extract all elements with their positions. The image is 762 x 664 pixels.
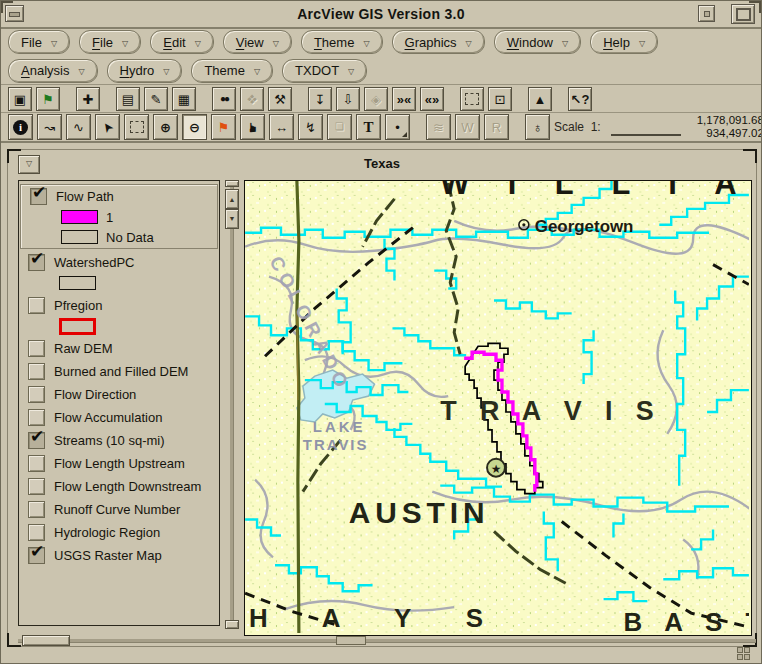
theme-entry-streams-10-sq-mi-[interactable]: ✔Streams (10 sq-mi)	[19, 429, 219, 452]
flag-tool-tool[interactable]: ⚑	[211, 114, 236, 140]
theme-name[interactable]: Pfregion	[54, 298, 102, 313]
app-titlebar[interactable]: ArcView GIS Version 3.0	[1, 1, 761, 29]
legend-swatch[interactable]	[61, 230, 98, 244]
theme-checkbox[interactable]	[28, 409, 45, 426]
scrollbar-top-anchor[interactable]	[225, 180, 239, 187]
ext-menu-analysis[interactable]: Analysis▽	[8, 59, 98, 83]
zoom-out-step-button[interactable]: «»	[420, 87, 444, 111]
hot-link-tool[interactable]: ↯	[298, 114, 323, 140]
theme-name[interactable]: Flow Length Upstream	[54, 456, 185, 471]
profile-tool[interactable]: ∿	[66, 114, 91, 140]
theme-checkbox[interactable]	[28, 297, 45, 314]
theme-entry-usgs-raster-map[interactable]: ✔USGS Raster Map	[19, 544, 219, 567]
menu-file-1[interactable]: File▽	[8, 30, 70, 54]
theme-name[interactable]: USGS Raster Map	[54, 548, 162, 563]
theme-name[interactable]: Burned and Filled DEM	[54, 364, 188, 379]
menu-help[interactable]: Help▽	[590, 30, 658, 54]
zoom-in-tool-tool[interactable]: ⊕	[153, 114, 178, 140]
theme-properties-button[interactable]: ▤	[116, 87, 140, 111]
pan-tool[interactable]: ☛	[240, 114, 265, 140]
theme-checkbox[interactable]	[28, 455, 45, 472]
zoom-in-step-button[interactable]: »«	[392, 87, 416, 111]
theme-entry-hydrologic-region[interactable]: Hydrologic Region	[19, 521, 219, 544]
zoom-full-extent-button[interactable]: ↧	[308, 87, 332, 111]
theme-name[interactable]: Streams (10 sq-mi)	[54, 433, 165, 448]
menu-graphics[interactable]: Graphics▽	[392, 30, 485, 54]
text-tool-tool[interactable]: T	[356, 114, 381, 140]
ext-menu-hydro[interactable]: Hydro▽	[107, 59, 183, 83]
menu-edit[interactable]: Edit▽	[150, 30, 214, 54]
pointer-tool[interactable]: ➤	[95, 114, 120, 140]
identify-tool[interactable]: i	[8, 114, 33, 140]
zoom-out-tool-tool[interactable]: ⊖	[182, 114, 207, 140]
start-flag-button[interactable]: ⚑	[36, 87, 60, 111]
maximize-button[interactable]	[731, 4, 755, 24]
select-rectangle-tool[interactable]	[124, 114, 149, 140]
zoom-selected-button[interactable]: ◈	[364, 87, 388, 111]
watershed-w-tool[interactable]: W	[455, 114, 480, 140]
zoom-active-theme-button[interactable]: ⇩	[336, 87, 360, 111]
theme-checkbox[interactable]	[28, 478, 45, 495]
draw-point-tool[interactable]: •	[385, 114, 410, 140]
view-window-texas[interactable]: ▽ Texas ✔Flow Path1No Data✔WatershedPCPf…	[7, 149, 757, 647]
scrollbar-elevator[interactable]	[22, 635, 70, 646]
legend-swatch[interactable]	[59, 318, 96, 335]
find-button[interactable]: ●●	[212, 87, 236, 111]
theme-checkbox[interactable]	[28, 363, 45, 380]
theme-name[interactable]: Flow Length Downstream	[54, 479, 201, 494]
theme-checkbox[interactable]	[28, 386, 45, 403]
theme-entry-flow-length-upstream[interactable]: Flow Length Upstream	[19, 452, 219, 475]
histogram-button[interactable]: ▲	[528, 87, 552, 111]
menu-view[interactable]: View▽	[223, 30, 292, 54]
scrollbar-anchor[interactable]	[336, 636, 366, 645]
table-of-contents[interactable]: ✔Flow Path1No Data✔WatershedPCPfregionRa…	[18, 180, 220, 626]
show-dialog-button[interactable]: ⊡	[488, 87, 512, 111]
resize-grip-icon[interactable]	[737, 647, 752, 662]
theme-checkbox[interactable]	[28, 340, 45, 357]
theme-name[interactable]: WatershedPC	[54, 255, 134, 270]
theme-name[interactable]: Flow Accumulation	[54, 410, 162, 425]
map-display[interactable]: ★ W I L L I A M Georgetown T R A V I S A…	[244, 180, 752, 636]
menu-window[interactable]: Window▽	[494, 30, 581, 54]
theme-name[interactable]: Raw DEM	[54, 341, 113, 356]
theme-entry-runoff-curve-number[interactable]: Runoff Curve Number	[19, 498, 219, 521]
legend-swatch[interactable]	[61, 210, 98, 224]
edit-legend-button[interactable]: ✎	[144, 87, 168, 111]
select-features-box-button[interactable]	[460, 87, 484, 111]
scrollbar-bottom-anchor[interactable]	[225, 620, 239, 629]
watershed-r-tool[interactable]: R	[484, 114, 509, 140]
view-titlebar[interactable]: ▽ Texas	[8, 150, 756, 178]
scrollbar-shaft[interactable]	[18, 639, 756, 643]
theme-entry-raw-dem[interactable]: Raw DEM	[19, 337, 219, 360]
theme-entry-flow-direction[interactable]: Flow Direction	[19, 383, 219, 406]
legend-swatch[interactable]	[59, 276, 96, 290]
theme-checkbox[interactable]	[28, 524, 45, 541]
measure-tool[interactable]: ↔	[269, 114, 294, 140]
theme-checkbox[interactable]	[28, 501, 45, 518]
label-tool-tool[interactable]: ❏	[327, 114, 352, 140]
theme-checkbox[interactable]: ✔	[28, 254, 45, 271]
theme-entry-burned-and-filled-dem[interactable]: Burned and Filled DEM	[19, 360, 219, 383]
open-theme-table-button[interactable]: ▦	[172, 87, 196, 111]
theme-checkbox[interactable]: ✔	[28, 432, 45, 449]
legend-vertical-scrollbar[interactable]: ▲ ▼	[225, 180, 239, 632]
help-pointer-button[interactable]: ↖?	[568, 87, 592, 111]
theme-checkbox[interactable]: ✔	[30, 188, 47, 205]
theme-entry-flow-length-downstream[interactable]: Flow Length Downstream	[19, 475, 219, 498]
view-horizontal-scrollbar[interactable]	[18, 635, 756, 646]
scroll-down-arrow-icon[interactable]: ▼	[225, 209, 239, 229]
window-menu-button[interactable]	[698, 5, 715, 22]
menu-theme[interactable]: Theme▽	[301, 30, 383, 54]
scrollbar-shaft[interactable]	[230, 184, 234, 628]
ext-menu-txdot[interactable]: TXDOT▽	[282, 59, 367, 83]
theme-checkbox[interactable]: ✔	[28, 547, 45, 564]
delineate-contours-tool[interactable]: ≋	[426, 114, 451, 140]
theme-entry-watershedpc[interactable]: ✔WatershedPC	[19, 251, 219, 294]
theme-entry-flow-accumulation[interactable]: Flow Accumulation	[19, 406, 219, 429]
query-builder-button[interactable]: ⚒	[268, 87, 292, 111]
theme-entry-flow-path[interactable]: ✔Flow Path1No Data	[20, 184, 218, 249]
theme-name[interactable]: Hydrologic Region	[54, 525, 160, 540]
theme-name[interactable]: Flow Path	[56, 189, 114, 204]
add-theme-button[interactable]: ✚	[76, 87, 100, 111]
flow-trace-tool[interactable]: ↝	[37, 114, 62, 140]
